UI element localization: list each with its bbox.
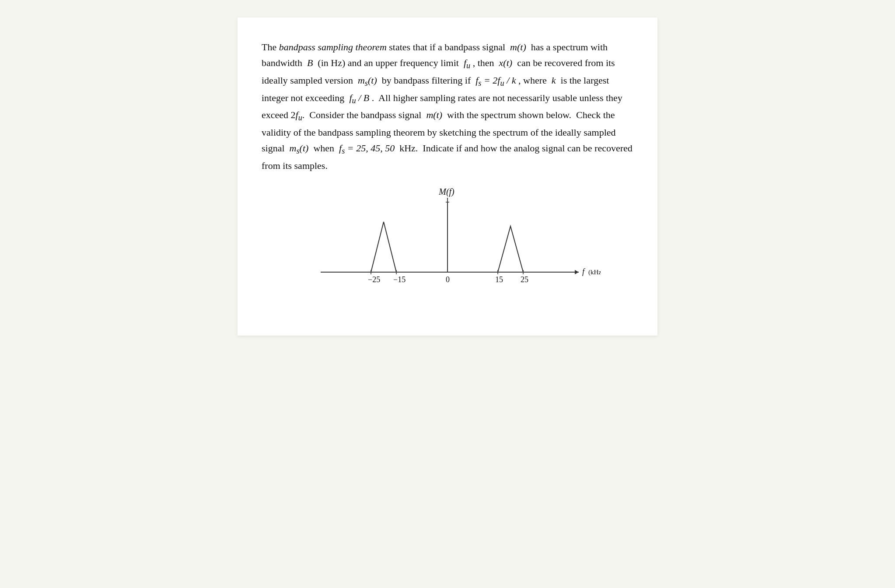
main-text-block: The bandpass sampling theorem states tha… — [262, 39, 633, 174]
paragraph-text: The bandpass sampling theorem states tha… — [262, 39, 633, 174]
x-axis-label: f — [582, 267, 586, 276]
label-25: 25 — [521, 275, 528, 284]
spectrum-chart: M(f) f (kHz) −25 — [294, 187, 601, 309]
left-triangle — [371, 222, 396, 272]
label-minus25: −25 — [368, 275, 380, 284]
label-minus15: −15 — [393, 275, 406, 284]
y-axis-label: M(f) — [438, 187, 454, 197]
chart-wrapper: M(f) f (kHz) −25 — [294, 187, 601, 309]
chart-container: M(f) f (kHz) −25 — [262, 187, 633, 309]
label-15: 15 — [495, 275, 503, 284]
page-container: The bandpass sampling theorem states tha… — [238, 18, 657, 336]
right-triangle — [498, 226, 523, 272]
x-axis-arrow — [575, 270, 579, 274]
x-axis-unit: (kHz) — [588, 269, 601, 276]
label-zero: 0 — [446, 275, 450, 284]
